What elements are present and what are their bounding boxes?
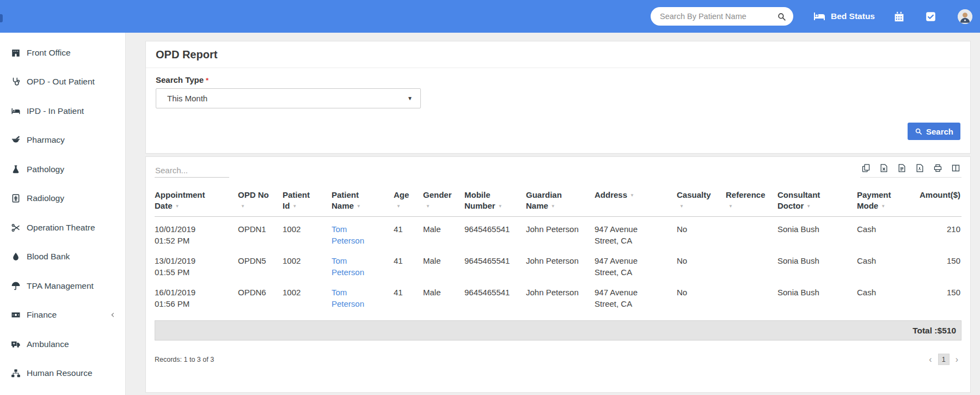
column-header-address[interactable]: Address▼ xyxy=(595,183,677,217)
table-filter-input[interactable] xyxy=(155,163,229,178)
sitemap-icon xyxy=(10,368,22,378)
search-type-label: Search Type* xyxy=(156,75,960,84)
sidebar-item-tpa-management[interactable]: TPA Management xyxy=(0,271,125,301)
print-icon[interactable] xyxy=(933,163,942,173)
column-header-consultant-doctor[interactable]: Consultant Doctor▼ xyxy=(777,183,857,217)
cell-opd-no: OPDN5 xyxy=(238,248,283,280)
sidebar-item-blood-bank[interactable]: Blood Bank xyxy=(0,242,125,272)
column-header-gender[interactable]: Gender▼ xyxy=(423,183,464,217)
search-icon[interactable] xyxy=(777,12,786,21)
page-number-button[interactable]: 1 xyxy=(938,354,950,365)
sidebar-item-ambulance[interactable]: Ambulance xyxy=(0,330,125,359)
sort-icon: ▼ xyxy=(728,204,733,209)
column-header-guardian-name[interactable]: Guardian Name▼ xyxy=(526,183,595,217)
cell-patient-id: 1002 xyxy=(283,217,332,249)
patient-name-link[interactable]: Tom Peterson xyxy=(332,224,364,245)
cell-gender: Male xyxy=(423,248,464,280)
cell-patient-name: Tom Peterson xyxy=(332,280,394,312)
sidebar-item-human-resource[interactable]: Human Resource xyxy=(0,359,125,388)
column-header-opd-no[interactable]: OPD No▼ xyxy=(238,183,283,217)
tasks-icon[interactable] xyxy=(925,11,936,22)
column-label: Mobile Number xyxy=(464,190,495,210)
cell-mobile-number: 9645465541 xyxy=(464,280,526,312)
sort-icon: ▼ xyxy=(881,204,885,209)
sidebar-item-label: Ambulance xyxy=(27,339,69,349)
sidebar-item-label: Radiology xyxy=(27,193,64,203)
sidebar-item-pharmacy[interactable]: Pharmacy xyxy=(0,126,125,155)
sort-icon: ▼ xyxy=(679,204,684,209)
search-button[interactable]: Search xyxy=(908,123,960,140)
pdf-icon[interactable] xyxy=(915,163,924,173)
cell-consultant-doctor: Sonia Bush xyxy=(777,280,857,312)
cell-patient-id: 1002 xyxy=(283,248,332,280)
cell-amount: 150 xyxy=(911,248,961,280)
building-icon xyxy=(10,48,22,58)
sidebar-item-radiology[interactable]: Radiology xyxy=(0,184,125,214)
sidebar-item-label: Human Resource xyxy=(27,368,93,378)
excel-icon[interactable] xyxy=(879,163,889,173)
cell-gender: Male xyxy=(423,217,464,249)
patient-search[interactable] xyxy=(651,7,793,26)
column-label: Consultant Doctor xyxy=(777,190,820,210)
sidebar-item-label: Finance xyxy=(27,310,57,320)
sidebar-item-label: TPA Management xyxy=(27,281,94,291)
sidebar-item-ipd-in-patient[interactable]: IPD - In Patient xyxy=(0,96,125,126)
table-row: 16/01/2019 01:56 PMOPDN61002Tom Peterson… xyxy=(155,280,961,312)
column-label: Appointment Date xyxy=(155,190,205,210)
copy-icon[interactable] xyxy=(861,163,871,173)
cell-reference xyxy=(726,280,777,312)
next-page-button[interactable]: › xyxy=(955,355,958,364)
cell-address: 947 Avenue Street, CA xyxy=(595,248,677,280)
total-amount: Total :$510 xyxy=(912,326,956,336)
patient-search-input[interactable] xyxy=(660,12,777,21)
select-arrow-icon: ▼ xyxy=(407,95,413,101)
cell-mobile-number: 9645465541 xyxy=(464,217,526,249)
cell-payment-mode: Cash xyxy=(857,248,911,280)
cell-age: 41 xyxy=(394,217,423,249)
bed-status-button[interactable]: Bed Status xyxy=(813,10,875,23)
sort-icon: ▼ xyxy=(630,193,634,198)
table-row: 10/01/2019 01:52 PMOPDN11002Tom Peterson… xyxy=(155,217,961,249)
column-header-patient-id[interactable]: Patient Id▼ xyxy=(283,183,332,217)
column-header-age[interactable]: Age▼ xyxy=(394,183,423,217)
sidebar-item-label: Blood Bank xyxy=(27,252,70,262)
column-label: Gender xyxy=(423,190,452,199)
column-header-mobile-number[interactable]: Mobile Number▼ xyxy=(464,183,526,217)
patient-name-link[interactable]: Tom Peterson xyxy=(332,256,364,277)
sort-icon: ▼ xyxy=(357,204,361,209)
sort-icon: ▼ xyxy=(426,204,430,209)
column-label: Patient Name xyxy=(332,190,359,210)
report-table-card: Appointment Date▼OPD No▼Patient Id▼Patie… xyxy=(145,156,971,393)
column-header-casualty[interactable]: Casualty▼ xyxy=(677,183,726,217)
search-type-select[interactable]: This Month ▼ xyxy=(156,88,421,108)
sidebar-item-label: Pharmacy xyxy=(27,135,65,145)
pagination: ‹ 1 › xyxy=(929,354,961,365)
sidebar-item-operation-theatre[interactable]: Operation Theatre xyxy=(0,213,125,242)
columns-icon[interactable] xyxy=(951,163,960,173)
patient-name-link[interactable]: Tom Peterson xyxy=(332,288,364,308)
user-avatar[interactable] xyxy=(958,9,972,24)
sidebar: Front OfficeOPD - Out PatientIPD - In Pa… xyxy=(0,33,126,395)
column-header-patient-name[interactable]: Patient Name▼ xyxy=(332,183,394,217)
sidebar-item-pathology[interactable]: Pathology xyxy=(0,155,125,184)
prev-page-button[interactable]: ‹ xyxy=(929,355,932,364)
sort-icon: ▼ xyxy=(551,204,555,209)
column-header-reference[interactable]: Reference▼ xyxy=(726,183,777,217)
bed-icon xyxy=(10,106,22,116)
flask-icon xyxy=(10,165,22,174)
table-row: 13/01/2019 01:55 PMOPDN51002Tom Peterson… xyxy=(155,248,961,280)
cell-address: 947 Avenue Street, CA xyxy=(595,217,677,249)
sidebar-item-opd-out-patient[interactable]: OPD - Out Patient xyxy=(0,68,125,97)
column-header-payment-mode[interactable]: Payment Mode▼ xyxy=(857,183,911,217)
sidebar-item-front-office[interactable]: Front Office xyxy=(0,38,125,68)
required-asterisk: * xyxy=(206,76,209,84)
csv-icon[interactable] xyxy=(897,163,906,173)
stethoscope-icon xyxy=(10,77,22,87)
sidebar-item-finance[interactable]: Finance xyxy=(0,301,125,330)
column-label: Reference xyxy=(726,190,765,199)
calendar-icon[interactable] xyxy=(893,11,905,22)
column-label: Guardian Name xyxy=(526,190,562,210)
column-header-appointment-date[interactable]: Appointment Date▼ xyxy=(155,183,238,217)
ambulance-icon xyxy=(10,339,22,349)
column-label: Payment Mode xyxy=(857,190,891,210)
